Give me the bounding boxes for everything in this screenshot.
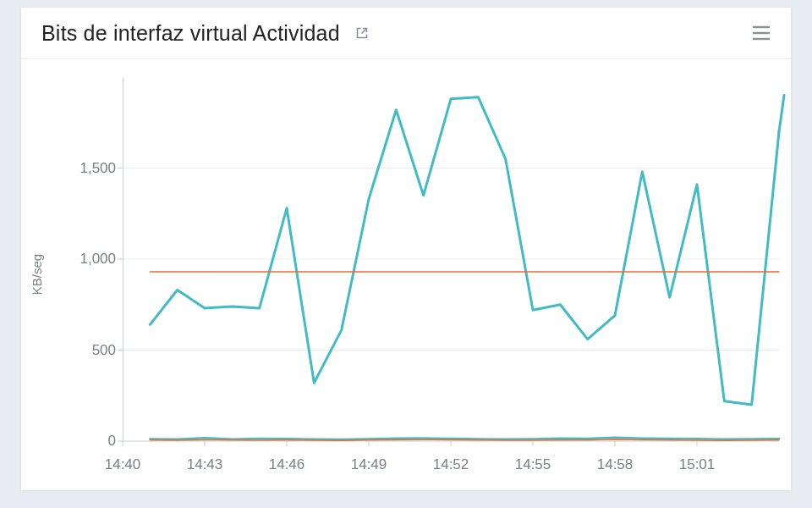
y-tick-label: 1,000: [69, 251, 116, 268]
series-primary: [150, 97, 779, 405]
y-tick-label: 500: [69, 342, 116, 359]
chart-menu-icon[interactable]: [752, 25, 771, 41]
series-primary-tail: [779, 96, 784, 132]
chart-area: KB/seg 05001,0001,500 14:4014:4314:4614:…: [21, 58, 791, 490]
x-tick-label: 14:52: [433, 456, 469, 473]
series-low_teal: [150, 438, 779, 439]
x-tick-label: 14:55: [515, 456, 551, 473]
x-tick-label: 14:46: [269, 456, 305, 473]
y-axis-label: KB/seg: [30, 254, 44, 295]
card-title: Bits de interfaz virtual Actividad: [41, 21, 340, 46]
popout-icon[interactable]: [355, 26, 369, 40]
x-tick-label: 14:40: [105, 456, 141, 473]
y-tick-label: 1,500: [69, 160, 116, 177]
chart-card: Bits de interfaz virtual Actividad KB/se…: [20, 7, 792, 491]
series-low_orange: [150, 439, 779, 440]
x-tick-label: 14:49: [351, 456, 387, 473]
x-tick-label: 14:43: [187, 456, 223, 473]
y-tick-label: 0: [69, 433, 116, 450]
card-header: Bits de interfaz virtual Actividad: [21, 8, 791, 59]
x-tick-label: 14:58: [597, 456, 634, 473]
x-tick-label: 15:01: [679, 456, 716, 473]
plot-region[interactable]: [123, 77, 779, 441]
